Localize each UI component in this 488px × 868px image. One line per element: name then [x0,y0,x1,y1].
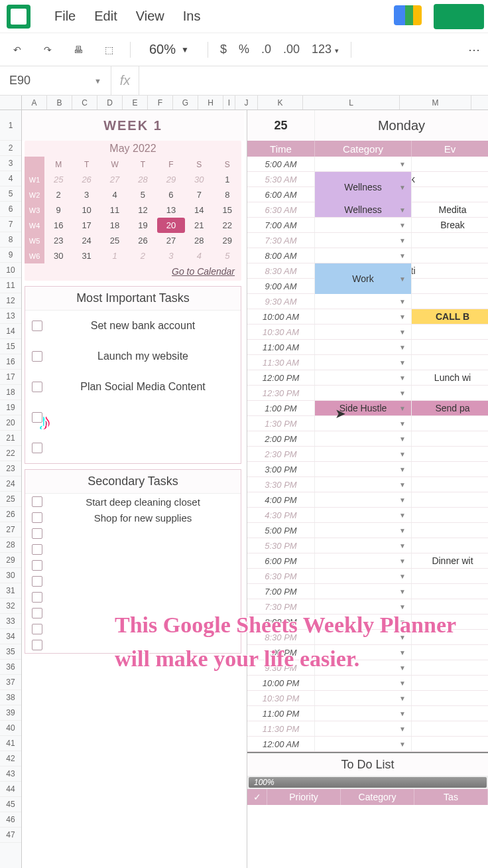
category-cell[interactable]: ▼ [315,615,412,629]
category-cell[interactable]: ▼ [315,660,412,675]
mini-calendar-day[interactable]: 29 [213,233,241,248]
format-increase-decimal[interactable]: .00 [283,42,300,56]
category-cell[interactable]: ▼ [315,630,412,644]
task-checkbox[interactable] [32,412,42,423]
event-cell[interactable] [412,294,488,309]
dropdown-icon[interactable]: ▼ [399,512,406,519]
event-cell[interactable] [412,538,488,553]
category-cell[interactable]: ▼ [315,386,412,400]
category-cell[interactable]: ▼ [315,721,412,736]
menu-view[interactable]: View [136,9,164,24]
row-header[interactable]: 32 [0,599,21,614]
dropdown-icon[interactable]: ▼ [399,725,406,733]
mini-calendar-day[interactable]: 9 [44,202,72,218]
zoom-dropdown[interactable]: 60%▼ [143,42,196,57]
category-cell[interactable]: Wellness▼ [315,172,412,202]
row-header[interactable]: 44 [0,782,21,797]
more-icon[interactable]: ⋯ [468,42,480,57]
col-header[interactable]: G [173,96,198,109]
undo-icon[interactable]: ↶ [8,40,27,59]
mini-calendar-day[interactable]: 25 [44,172,72,187]
dropdown-icon[interactable]: ▼ [399,405,406,412]
mini-calendar-day[interactable]: 1 [101,248,129,263]
row-header[interactable]: 20 [0,415,21,431]
task-checkbox[interactable] [32,321,42,331]
dropdown-icon[interactable]: ▼ [399,237,406,244]
meet-icon[interactable] [394,5,422,25]
dropdown-icon[interactable]: ▼ [399,328,406,336]
event-cell[interactable] [412,386,488,400]
dropdown-icon[interactable]: ▼ [399,741,406,748]
format-number-dropdown[interactable]: 123 ▾ [312,42,339,56]
dropdown-icon[interactable]: ▼ [399,374,406,382]
row-header[interactable]: 4 [0,171,21,186]
dropdown-icon[interactable]: ▼ [399,420,406,427]
col-header[interactable]: K [258,96,303,109]
row-header[interactable]: 31 [0,583,21,599]
row-header[interactable]: 18 [0,385,21,400]
row-header[interactable]: 22 [0,446,21,461]
task-checkbox[interactable] [32,496,42,507]
category-cell[interactable]: ▼ [315,309,412,324]
category-cell[interactable]: ▼ [315,645,412,660]
event-cell[interactable]: Send pa [412,401,488,415]
event-cell[interactable] [412,599,488,614]
mini-calendar-day[interactable]: 23 [44,233,72,248]
category-cell[interactable]: ▼ [315,599,412,614]
event-cell[interactable] [412,416,488,431]
menu-edit[interactable]: Edit [94,9,117,24]
category-cell[interactable]: ▼ [315,691,412,705]
mini-calendar-day[interactable]: 4 [101,187,129,202]
event-cell[interactable] [412,569,488,583]
event-cell[interactable]: CALL B [412,309,488,324]
mini-calendar-day[interactable]: 19 [129,218,156,233]
dropdown-icon[interactable]: ▼ [399,435,406,443]
col-header[interactable]: A [22,96,47,109]
mini-calendar-day[interactable]: 3 [157,248,185,263]
dropdown-icon[interactable]: ▼ [399,557,406,565]
menu-insert[interactable]: Ins [183,9,201,24]
event-cell[interactable] [412,508,488,522]
category-cell[interactable]: ▼ [315,676,412,690]
event-cell[interactable] [412,737,488,751]
event-cell[interactable] [412,233,488,248]
mini-calendar-day[interactable]: 25 [101,233,129,248]
row-header[interactable]: 5 [0,186,21,202]
task-text[interactable]: Plan Social Media Content [52,381,234,393]
task-text[interactable]: Set new bank account [52,320,234,332]
format-decrease-decimal[interactable]: .0 [261,42,271,56]
row-header[interactable]: 28 [0,538,21,553]
dropdown-icon[interactable]: ▼ [399,481,406,488]
task-checkbox[interactable] [32,382,42,392]
dropdown-icon[interactable]: ▼ [399,390,406,397]
format-percent[interactable]: % [239,42,249,56]
dropdown-icon[interactable]: ▼ [399,344,406,351]
task-checkbox[interactable] [32,608,42,618]
dropdown-icon[interactable]: ▼ [399,313,406,321]
dropdown-icon[interactable]: ▼ [399,252,406,259]
select-all-corner[interactable] [0,96,22,109]
row-header[interactable]: 15 [0,339,21,354]
event-cell[interactable] [412,477,488,492]
mini-calendar-day[interactable]: 1 [213,172,241,187]
event-cell[interactable] [412,187,488,202]
dropdown-icon[interactable]: ▼ [399,206,406,214]
event-cell[interactable]: Dinner wit [412,553,488,568]
dropdown-icon[interactable]: ▼ [399,451,406,458]
row-header[interactable]: 29 [0,553,21,568]
col-header[interactable]: C [72,96,97,109]
event-cell[interactable] [412,447,488,461]
dropdown-icon[interactable]: ▼ [399,184,406,191]
event-cell[interactable]: Break [412,218,488,232]
mini-calendar-day[interactable]: 28 [129,172,156,187]
dropdown-icon[interactable]: ▼ [399,695,406,702]
dropdown-icon[interactable]: ▼ [399,275,406,283]
event-cell[interactable] [412,523,488,538]
event-cell[interactable] [412,615,488,629]
dropdown-icon[interactable]: ▼ [399,573,406,580]
mini-calendar-day[interactable]: 29 [157,172,185,187]
category-cell[interactable]: Wellness▼ [315,202,412,217]
row-header[interactable]: 40 [0,721,21,736]
mini-calendar-day[interactable]: 5 [129,187,156,202]
mini-calendar-day[interactable]: 31 [72,248,100,263]
